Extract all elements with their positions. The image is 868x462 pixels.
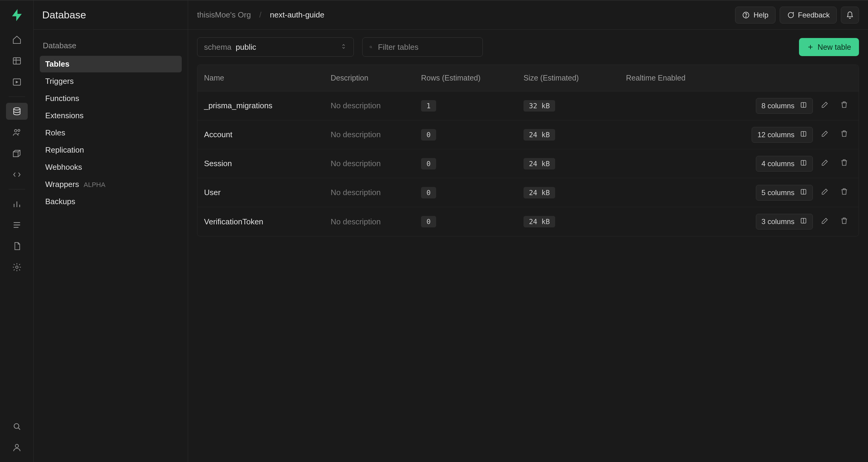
columns-button[interactable]: 12 columns [752,127,813,143]
breadcrumb-separator: / [259,10,261,20]
icon-rail [0,1,34,462]
nav-storage-icon[interactable] [6,145,28,162]
trash-icon [840,100,848,111]
sidebar-item-wrappers[interactable]: Wrappers ALPHA [40,176,182,193]
cell-rows: 1 [414,100,517,112]
svg-point-10 [370,46,372,48]
nav-edge-functions-icon[interactable] [6,166,28,183]
help-circle-icon [742,11,750,19]
col-header-size: Size (Estimated) [517,74,619,82]
columns-icon [800,159,807,168]
delete-button[interactable] [837,214,851,229]
cell-description: No description [324,159,414,168]
message-circle-icon [786,11,795,19]
tables-table: Name Description Rows (Estimated) Size (… [197,64,859,236]
schema-value: public [236,42,256,52]
columns-button[interactable]: 3 columns [756,214,813,230]
nav-account-icon[interactable] [6,439,28,456]
cell-name: User [197,188,324,197]
notifications-button[interactable] [841,7,859,24]
edit-icon [821,100,829,111]
chevron-up-down-icon [340,42,347,52]
nav-table-editor-icon[interactable] [6,53,28,69]
delete-button[interactable] [837,156,851,171]
edit-icon [821,187,829,198]
cell-rows: 0 [414,158,517,170]
edit-button[interactable] [818,156,832,171]
trash-icon [840,158,848,169]
sidebar-item-replication[interactable]: Replication [40,142,182,158]
new-table-label: New table [818,43,851,52]
cell-size: 24 kB [517,129,619,141]
supabase-logo[interactable] [8,7,25,24]
edit-button[interactable] [818,127,832,142]
nav-reports-icon[interactable] [6,195,28,212]
breadcrumb-org[interactable]: thisisMoe's Org [197,10,251,20]
bell-icon [846,11,854,19]
help-button[interactable]: Help [735,7,775,24]
delete-button[interactable] [837,185,851,200]
nav-auth-icon[interactable] [6,124,28,141]
edit-button[interactable] [818,98,832,113]
new-table-button[interactable]: New table [799,38,859,56]
feedback-button[interactable]: Feedback [780,7,837,24]
filter-tables-field[interactable] [378,42,476,52]
nav-database-icon[interactable] [6,103,28,120]
trash-icon [840,187,848,198]
sidebar-item-tables[interactable]: Tables [40,56,182,73]
delete-button[interactable] [837,127,851,142]
cell-description: No description [324,101,414,110]
columns-icon [800,130,807,139]
search-icon [369,44,373,51]
sidebar-item-label: Roles [45,128,65,137]
sidebar-item-backups[interactable]: Backups [40,193,182,210]
nav-api-docs-icon[interactable] [6,238,28,255]
edit-button[interactable] [818,185,832,200]
row-actions: 4 columns [738,156,859,172]
columns-button[interactable]: 8 columns [756,98,813,114]
table-row[interactable]: _prisma_migrationsNo description132 kB8 … [197,91,859,120]
edit-button[interactable] [818,214,832,229]
breadcrumb: thisisMoe's Org / next-auth-guide [197,10,324,20]
topbar: thisisMoe's Org / next-auth-guide Help F… [188,1,868,30]
sidebar-heading: Database [40,38,182,55]
cell-name: Session [197,159,324,168]
schema-select[interactable]: schema public [197,37,354,57]
breadcrumb-project[interactable]: next-auth-guide [270,10,324,20]
nav-sql-editor-icon[interactable] [6,74,28,90]
delete-button[interactable] [837,98,851,113]
table-header: Name Description Rows (Estimated) Size (… [197,65,859,91]
edit-icon [821,158,829,169]
row-actions: 8 columns [738,98,859,114]
filter-tables-input[interactable] [362,37,483,57]
toolbar: schema public New table [188,30,868,64]
sidebar-item-extensions[interactable]: Extensions [40,107,182,124]
cell-size: 24 kB [517,216,619,227]
nav-logs-icon[interactable] [6,216,28,233]
sidebar-item-label: Webhooks [45,163,82,172]
table-row[interactable]: SessionNo description024 kB4 columns [197,149,859,178]
cell-name: _prisma_migrations [197,101,324,110]
columns-icon [800,188,807,197]
nav-settings-icon[interactable] [6,259,28,276]
nav-home-icon[interactable] [6,31,28,48]
edit-icon [821,129,829,140]
table-row[interactable]: VerificationTokenNo description024 kB3 c… [197,207,859,236]
page-title: Database [34,1,188,30]
sidebar-item-roles[interactable]: Roles [40,124,182,141]
table-row[interactable]: UserNo description024 kB5 columns [197,178,859,207]
columns-button[interactable]: 5 columns [756,185,813,201]
sidebar-item-triggers[interactable]: Triggers [40,73,182,90]
sidebar-item-functions[interactable]: Functions [40,90,182,107]
nav-search-icon[interactable] [6,418,28,435]
col-header-realtime: Realtime Enabled [619,74,738,82]
sidebar-item-label: Triggers [45,77,73,86]
table-row[interactable]: AccountNo description024 kB12 columns [197,120,859,149]
columns-button[interactable]: 4 columns [756,156,813,172]
col-header-description: Description [324,74,414,82]
sidebar-item-label: Functions [45,94,79,103]
sidebar-item-webhooks[interactable]: Webhooks [40,159,182,175]
col-header-name: Name [197,74,324,82]
cell-description: No description [324,217,414,227]
schema-label: schema [204,42,231,52]
